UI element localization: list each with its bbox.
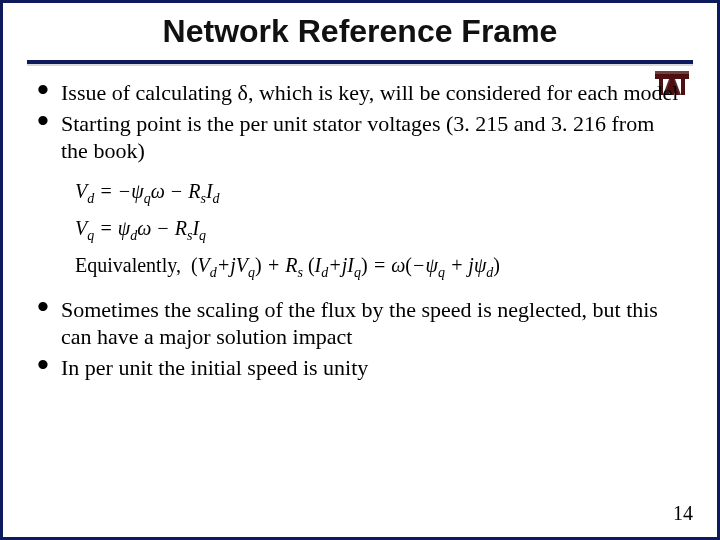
page-number: 14 bbox=[673, 502, 693, 525]
equation-block: Vd = −ψqω − RsId Vq = ψdω − RsIq Equival… bbox=[75, 176, 685, 283]
slide-title: Network Reference Frame bbox=[163, 13, 558, 50]
svg-rect-6 bbox=[655, 71, 689, 74]
bullet-text: Sometimes the scaling of the flux by the… bbox=[61, 297, 658, 349]
content-area: Issue of calculating δ, which is key, wi… bbox=[3, 64, 717, 382]
bullet-list-bottom: Sometimes the scaling of the flux by the… bbox=[35, 297, 685, 381]
title-area: Network Reference Frame bbox=[3, 3, 717, 54]
bullet-item: Starting point is the per unit stator vo… bbox=[35, 111, 685, 165]
slide: Network Reference Frame Issue of calcula… bbox=[0, 0, 720, 540]
bullet-text: Issue of calculating δ, which is key, wi… bbox=[61, 80, 678, 105]
bullet-list-top: Issue of calculating δ, which is key, wi… bbox=[35, 80, 685, 164]
bullet-item: Issue of calculating δ, which is key, wi… bbox=[35, 80, 685, 107]
bullet-text: In per unit the initial speed is unity bbox=[61, 355, 368, 380]
equation-vq: Vq = ψdω − RsIq bbox=[75, 213, 685, 246]
bullet-item: In per unit the initial speed is unity bbox=[35, 355, 685, 382]
equation-vd: Vd = −ψqω − RsId bbox=[75, 176, 685, 209]
bullet-item: Sometimes the scaling of the flux by the… bbox=[35, 297, 685, 351]
equiv-label: Equivalently, bbox=[75, 254, 181, 276]
equation-equivalent: Equivalently, (Vd+jVq) + Rs (Id+jIq) = ω… bbox=[75, 250, 685, 283]
bullet-text: Starting point is the per unit stator vo… bbox=[61, 111, 654, 163]
